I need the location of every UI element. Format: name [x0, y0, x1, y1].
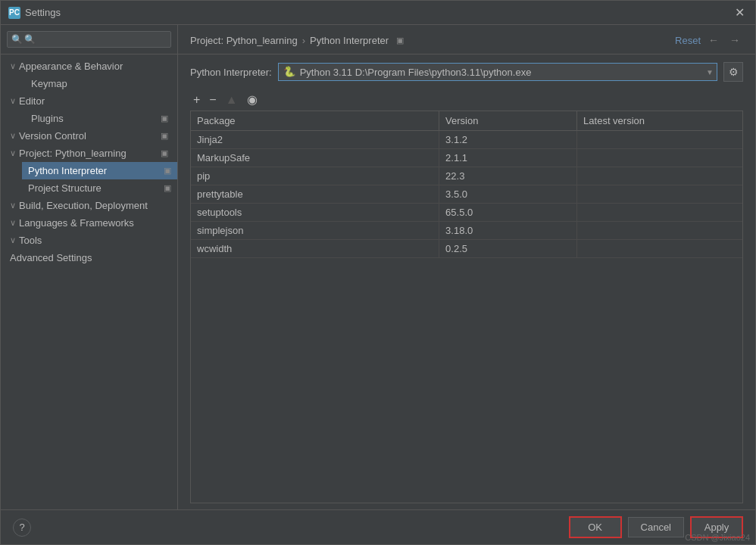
- table-row[interactable]: simplejson 3.18.0: [191, 222, 742, 240]
- dialog-title: Settings: [25, 7, 61, 18]
- cell-version: 65.5.0: [439, 204, 577, 222]
- cell-package: wcwidth: [191, 240, 439, 258]
- sidebar-item-label: Version Control: [19, 130, 86, 142]
- expand-arrow: ∨: [10, 235, 16, 245]
- sidebar-item-label: Project: Python_learning: [19, 148, 127, 159]
- packages-table-container: Package Version Latest version Jinja2 3.…: [190, 111, 743, 503]
- table-row[interactable]: wcwidth 0.2.5: [191, 240, 742, 258]
- view-options-button[interactable]: ◉: [244, 92, 261, 107]
- app-icon: PC: [8, 7, 20, 19]
- cell-package: setuptools: [191, 204, 439, 222]
- col-package: Package: [191, 111, 439, 131]
- watermark: CSDN @Jixiao24: [685, 533, 750, 542]
- sidebar: 🔍 ∨ Appearance & Behavior Keymap: [1, 25, 178, 509]
- sidebar-item-label: Tools: [19, 235, 42, 246]
- cell-latest: [577, 222, 742, 240]
- table-row[interactable]: MarkupSafe 2.1.1: [191, 149, 742, 167]
- reset-button[interactable]: Reset: [675, 35, 701, 46]
- sidebar-item-label: Advanced Settings: [10, 252, 92, 263]
- sidebar-item-version-control[interactable]: ∨ Version Control ▣: [1, 127, 177, 145]
- breadcrumb-project: Project: Python_learning: [190, 35, 298, 46]
- table-row[interactable]: pip 22.3: [191, 167, 742, 185]
- cell-package: simplejson: [191, 222, 439, 240]
- sidebar-item-tools[interactable]: ∨ Tools: [1, 232, 177, 249]
- expand-arrow: ∨: [10, 131, 16, 141]
- plugin-icon: ▣: [161, 114, 168, 123]
- vcs-icon: ▣: [161, 131, 168, 141]
- table-row[interactable]: prettytable 3.5.0: [191, 185, 742, 204]
- gear-button[interactable]: ⚙: [723, 62, 743, 82]
- dropdown-arrow: ▼: [706, 68, 714, 76]
- main-header: Project: Python_learning › Python Interp…: [178, 25, 755, 54]
- cell-version: 0.2.5: [439, 240, 577, 258]
- table-row[interactable]: setuptools 65.5.0: [191, 204, 742, 222]
- cell-version: 3.1.2: [439, 131, 577, 149]
- move-up-button[interactable]: ▲: [223, 92, 241, 107]
- sidebar-item-advanced[interactable]: Advanced Settings: [1, 249, 177, 266]
- project-icon: ▣: [161, 148, 168, 158]
- cell-latest: [577, 149, 742, 167]
- sidebar-item-project-structure[interactable]: Project Structure ▣: [22, 179, 177, 197]
- nav-tree: ∨ Appearance & Behavior Keymap ∨ Editor: [1, 54, 177, 509]
- expand-arrow: ∨: [10, 61, 16, 71]
- title-bar: PC Settings ✕: [1, 1, 755, 25]
- sidebar-item-label: Appearance & Behavior: [19, 61, 123, 72]
- add-package-button[interactable]: +: [190, 92, 203, 107]
- cell-version: 3.5.0: [439, 185, 577, 204]
- interpreter-version: Python 3.11 D:\Program Files\python3.11\…: [300, 67, 703, 78]
- sidebar-item-appearance[interactable]: ∨ Appearance & Behavior: [1, 58, 177, 75]
- bottom-bar: ? OK Cancel Apply: [1, 509, 755, 544]
- interpreter-row: Python Interpreter: 🐍 Python 3.11 D:\Pro…: [178, 54, 755, 89]
- main-panel: Project: Python_learning › Python Interp…: [178, 25, 755, 509]
- cancel-button[interactable]: Cancel: [628, 517, 684, 537]
- cell-latest: [577, 204, 742, 222]
- close-button[interactable]: ✕: [732, 5, 748, 20]
- interpreter-icon: ▣: [164, 166, 171, 176]
- cell-latest: [577, 167, 742, 185]
- remove-package-button[interactable]: −: [206, 92, 219, 107]
- sidebar-item-editor[interactable]: ∨ Editor: [1, 92, 177, 110]
- col-latest: Latest version: [577, 111, 742, 131]
- forward-button[interactable]: →: [726, 33, 743, 48]
- interpreter-label: Python Interpreter:: [190, 67, 272, 78]
- breadcrumb-page: Python Interpreter: [310, 35, 389, 46]
- packages-table: Package Version Latest version Jinja2 3.…: [191, 111, 742, 258]
- cell-latest: [577, 131, 742, 149]
- sidebar-item-plugins[interactable]: Plugins ▣: [22, 110, 177, 127]
- sidebar-item-languages[interactable]: ∨ Languages & Frameworks: [1, 214, 177, 232]
- structure-icon: ▣: [164, 183, 171, 193]
- search-input[interactable]: [7, 31, 171, 48]
- breadcrumb-separator: ›: [302, 35, 305, 46]
- sidebar-item-label: Plugins: [31, 113, 64, 124]
- ok-button[interactable]: OK: [569, 516, 622, 538]
- table-toolbar: + − ▲ ◉: [178, 89, 755, 111]
- col-version: Version: [439, 111, 577, 131]
- cell-package: pip: [191, 167, 439, 185]
- sidebar-item-label: Editor: [19, 95, 45, 107]
- table-row[interactable]: Jinja2 3.1.2: [191, 131, 742, 149]
- help-button[interactable]: ?: [13, 519, 31, 537]
- cell-latest: [577, 240, 742, 258]
- expand-arrow: ∨: [10, 96, 16, 106]
- sidebar-item-python-interpreter[interactable]: Python Interpreter ▣: [22, 162, 177, 179]
- table-header-row: Package Version Latest version: [191, 111, 742, 131]
- breadcrumb-icon: ▣: [396, 36, 404, 45]
- cell-version: 3.18.0: [439, 222, 577, 240]
- back-button[interactable]: ←: [705, 33, 722, 48]
- interpreter-combo[interactable]: 🐍 Python 3.11 D:\Program Files\python3.1…: [278, 63, 717, 81]
- sidebar-item-label: Project Structure: [28, 182, 102, 194]
- header-actions: Reset ← →: [675, 33, 743, 48]
- cell-package: MarkupSafe: [191, 149, 439, 167]
- expand-arrow: ∨: [10, 148, 16, 158]
- sidebar-item-keymap[interactable]: Keymap: [22, 75, 177, 92]
- sidebar-item-label: Python Interpreter: [28, 165, 107, 176]
- sidebar-item-label: Build, Execution, Deployment: [19, 200, 148, 211]
- sidebar-item-build[interactable]: ∨ Build, Execution, Deployment: [1, 197, 177, 214]
- cell-version: 2.1.1: [439, 149, 577, 167]
- expand-arrow: ∨: [10, 201, 16, 210]
- search-box: 🔍: [1, 25, 177, 54]
- sidebar-item-project[interactable]: ∨ Project: Python_learning ▣: [1, 145, 177, 162]
- cell-package: prettytable: [191, 185, 439, 204]
- cell-latest: [577, 185, 742, 204]
- sidebar-item-label: Languages & Frameworks: [19, 217, 134, 229]
